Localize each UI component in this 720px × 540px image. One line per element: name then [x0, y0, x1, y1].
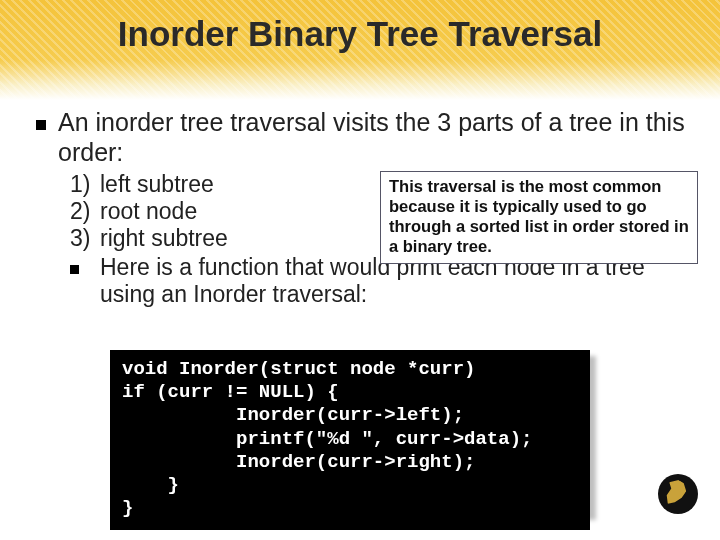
square-bullet-icon	[70, 265, 79, 274]
intro-text: An inorder tree traversal visits the 3 p…	[58, 108, 690, 167]
callout-box: This traversal is the most common becaus…	[380, 171, 698, 264]
code-block: void Inorder(struct node *curr) if (curr…	[110, 350, 590, 530]
slide: Inorder Binary Tree Traversal An inorder…	[0, 0, 720, 540]
content-area: An inorder tree traversal visits the 3 p…	[36, 108, 690, 308]
intro-row: An inorder tree traversal visits the 3 p…	[36, 108, 690, 167]
step-text: left subtree	[100, 171, 214, 198]
step-number: 3)	[70, 225, 100, 252]
ucf-logo-icon	[658, 474, 698, 514]
ordered-steps: This traversal is the most common becaus…	[70, 171, 690, 308]
step-text: root node	[100, 198, 197, 225]
square-bullet-icon	[36, 120, 46, 130]
slide-title: Inorder Binary Tree Traversal	[0, 14, 720, 54]
step-number: 2)	[70, 198, 100, 225]
step-number: 1)	[70, 171, 100, 198]
step-text: right subtree	[100, 225, 228, 252]
